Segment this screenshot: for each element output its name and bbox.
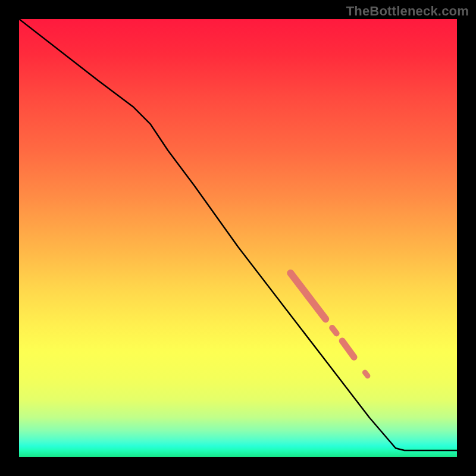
chart-frame: TheBottleneck.com [0,0,476,476]
gradient-plot-area [19,19,457,457]
watermark-text: TheBottleneck.com [346,4,469,19]
